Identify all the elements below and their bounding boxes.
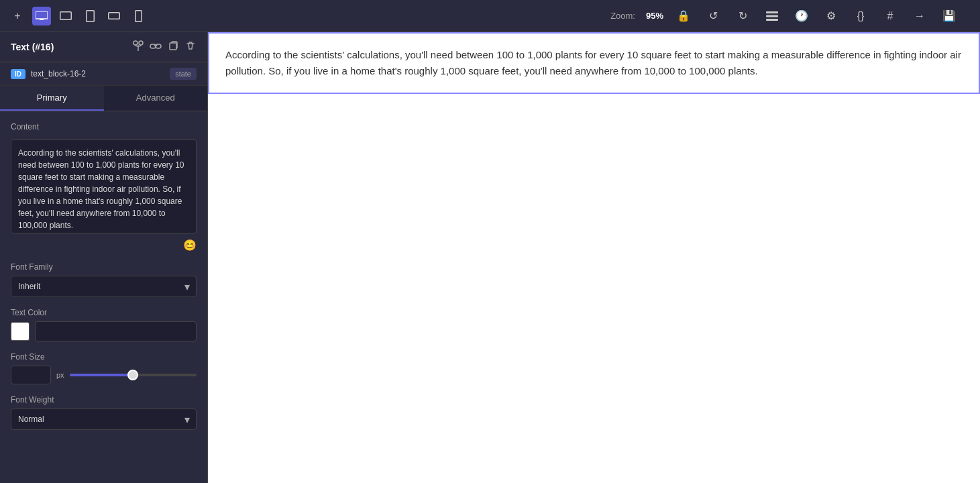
svg-rect-8: [766, 19, 778, 21]
svg-point-9: [133, 41, 138, 45]
font-size-section: Font Size px: [11, 352, 197, 384]
tabs: Primary Advanced: [0, 86, 207, 111]
canvas-inner: Text According to the scientists' calcul…: [208, 32, 980, 483]
redo-icon[interactable]: ↻: [733, 7, 752, 25]
font-size-unit: px: [56, 371, 64, 379]
text-color-label: Text Color: [11, 308, 197, 317]
font-family-select[interactable]: Inherit: [11, 276, 197, 297]
main-toolbar: + Zoom: 95% 🔒 ↺ ↻ 🕐 ⚙ {} # → 💾: [0, 0, 980, 32]
font-size-input[interactable]: [11, 366, 51, 384]
font-weight-select-wrapper: Normal Bold: [11, 409, 197, 430]
tablet-portrait-tool[interactable]: [80, 7, 99, 25]
element-title: Text (#16): [11, 42, 54, 52]
toolbar-right: Zoom: 95% 🔒 ↺ ↻ 🕐 ⚙ {} # → 💾: [153, 7, 972, 25]
id-badge: ID: [11, 69, 25, 79]
text-color-section: Text Color: [11, 308, 197, 341]
font-family-section: Font Family Inherit: [11, 262, 197, 297]
svg-rect-3: [86, 10, 94, 21]
canvas-text-content: According to the scientists' calculation…: [225, 49, 961, 76]
duplicate-icon[interactable]: [167, 40, 179, 54]
element-header: Text (#16): [0, 32, 207, 62]
link-icon[interactable]: [150, 40, 162, 54]
font-family-select-wrapper: Inherit: [11, 276, 197, 297]
mobile-portrait-tool[interactable]: [129, 7, 148, 25]
svg-rect-0: [36, 11, 48, 19]
content-section: Content 😊: [11, 122, 197, 252]
font-size-label: Font Size: [11, 352, 197, 362]
delete-icon[interactable]: [184, 40, 197, 54]
svg-rect-7: [766, 15, 778, 17]
svg-rect-11: [170, 43, 176, 50]
element-actions: [132, 40, 197, 54]
text-color-input[interactable]: [35, 321, 197, 341]
font-family-label: Font Family: [11, 262, 197, 272]
zoom-value[interactable]: 95%: [646, 11, 663, 21]
font-weight-select[interactable]: Normal Bold: [11, 409, 197, 430]
tab-primary[interactable]: Primary: [0, 86, 104, 111]
zoom-label: Zoom:: [610, 11, 635, 21]
font-size-slider-wrapper: [70, 368, 197, 382]
sidebar: Text (#16) ID text_block-16-2 state: [0, 32, 208, 483]
parent-icon[interactable]: [132, 40, 144, 54]
svg-rect-1: [40, 19, 44, 20]
state-button[interactable]: state: [170, 68, 197, 80]
code-icon[interactable]: {}: [851, 7, 870, 25]
emoji-button[interactable]: 😊: [183, 239, 197, 252]
font-size-row: px: [11, 366, 197, 384]
lock-icon[interactable]: 🔒: [674, 7, 693, 25]
settings-icon[interactable]: ⚙: [822, 7, 840, 25]
canvas[interactable]: Text According to the scientists' calcul…: [208, 32, 980, 483]
history-icon[interactable]: 🕐: [792, 7, 811, 25]
font-weight-section: Font Weight Normal Bold: [11, 395, 197, 430]
save-icon[interactable]: 💾: [940, 7, 959, 25]
svg-rect-5: [135, 10, 142, 21]
sidebar-content: Content 😊 Font Family Inherit: [0, 111, 207, 483]
textarea-footer: 😊: [11, 239, 197, 252]
svg-rect-4: [109, 13, 120, 19]
svg-point-10: [139, 41, 143, 45]
text-block-wrapper[interactable]: Text According to the scientists' calcul…: [208, 32, 980, 94]
tab-advanced[interactable]: Advanced: [104, 86, 208, 111]
content-label: Content: [11, 122, 197, 131]
mobile-landscape-tool[interactable]: [105, 7, 123, 25]
svg-rect-2: [60, 12, 72, 20]
svg-rect-6: [766, 11, 778, 13]
text-color-row: [11, 321, 197, 341]
tablet-landscape-tool[interactable]: [56, 7, 75, 25]
text-color-swatch[interactable]: [11, 322, 30, 341]
layers-icon[interactable]: [763, 7, 781, 25]
content-textarea[interactable]: [11, 140, 197, 233]
toolbar-left: +: [8, 7, 148, 25]
undo-icon[interactable]: ↺: [704, 7, 722, 25]
export-icon[interactable]: →: [910, 7, 929, 25]
grid-icon[interactable]: #: [881, 7, 900, 25]
canvas-text-block[interactable]: According to the scientists' calculation…: [208, 32, 980, 94]
id-value: text_block-16-2: [31, 69, 164, 78]
desktop-tool[interactable]: [32, 7, 51, 25]
id-row: ID text_block-16-2 state: [0, 62, 207, 86]
main-area: Text (#16) ID text_block-16-2 state: [0, 32, 980, 483]
font-weight-label: Font Weight: [11, 395, 197, 405]
add-tool[interactable]: +: [8, 7, 27, 25]
